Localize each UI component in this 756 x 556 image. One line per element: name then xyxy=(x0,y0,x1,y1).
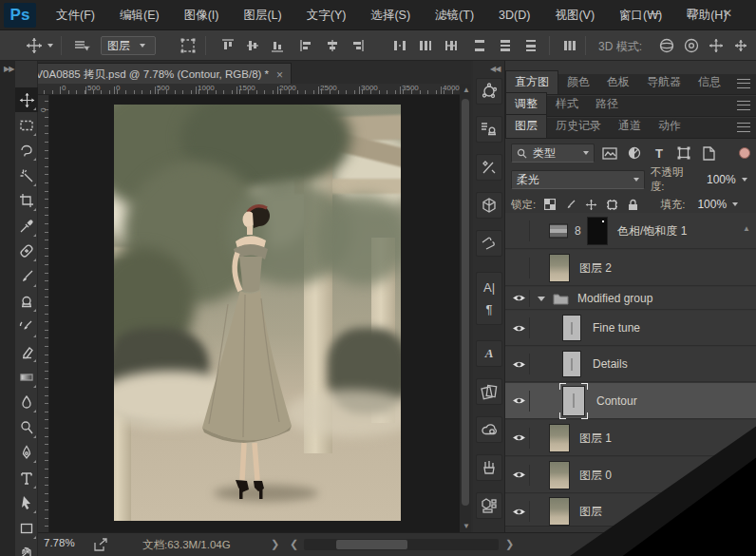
crop-tool[interactable] xyxy=(15,188,38,213)
chevron-down-icon[interactable] xyxy=(47,44,53,48)
type-tool[interactable] xyxy=(15,466,38,490)
character-panel-icon[interactable]: A| xyxy=(483,280,495,295)
lock-artboard-icon[interactable] xyxy=(605,196,619,213)
mask-link-icon[interactable]: 8 xyxy=(575,224,581,238)
3d-material-icon[interactable] xyxy=(476,492,502,519)
adjustment-layer-thumbnail[interactable] xyxy=(549,223,568,238)
ps-logo[interactable]: Ps xyxy=(4,3,36,28)
vertical-ruler[interactable]: 0 xyxy=(38,95,49,532)
opacity-dropdown[interactable]: 100% xyxy=(701,170,750,189)
color-themes-icon[interactable] xyxy=(476,78,502,105)
visibility-toggle[interactable] xyxy=(509,220,530,241)
menu-filter[interactable]: 滤镜(T) xyxy=(423,0,486,30)
distribute-spacing-icon[interactable] xyxy=(558,34,581,57)
visibility-toggle[interactable] xyxy=(509,317,530,338)
tab-histogram[interactable]: 直方图 xyxy=(505,70,558,94)
hand-tool[interactable] xyxy=(15,541,38,556)
scroll-down-icon[interactable]: ▼ xyxy=(463,522,470,530)
filter-smart-objects-icon[interactable] xyxy=(699,144,718,162)
blend-mode-dropdown[interactable]: 柔光 xyxy=(511,170,645,189)
menu-edit[interactable]: 编辑(E) xyxy=(107,0,172,30)
lock-all-icon[interactable] xyxy=(626,196,640,213)
align-horizontal-centers-icon[interactable] xyxy=(321,34,344,57)
glyphs-panel-icon[interactable]: A xyxy=(476,340,502,367)
layer-name[interactable]: Contour xyxy=(596,394,637,408)
align-right-edges-icon[interactable] xyxy=(346,34,369,57)
panel-menu-icon[interactable] xyxy=(737,123,750,132)
menu-view[interactable]: 视图(V) xyxy=(542,0,607,30)
auto-select-target-dropdown[interactable]: 图层 xyxy=(101,36,156,55)
align-vertical-centers-icon[interactable] xyxy=(241,34,264,57)
blur-tool[interactable] xyxy=(15,390,38,414)
layer-thumbnail[interactable] xyxy=(549,424,570,452)
scroll-right-icon[interactable]: ❯ xyxy=(505,538,514,550)
layer-group-row[interactable]: Modified group xyxy=(505,287,756,310)
layer-row[interactable]: 图层 2 xyxy=(505,250,756,286)
move-tool-icon[interactable] xyxy=(23,34,46,57)
layer-row[interactable]: 图层 1 xyxy=(505,420,756,456)
layer-name[interactable]: 图层 1 xyxy=(579,430,612,446)
character-paragraph-icons[interactable]: A| ¶ xyxy=(476,272,502,325)
tab-actions[interactable]: 动作 xyxy=(650,115,690,138)
panel-scroll-up-icon[interactable]: ▲ xyxy=(743,224,750,233)
3d-panel-icon[interactable] xyxy=(476,192,502,219)
visibility-toggle[interactable] xyxy=(509,428,530,449)
clone-source-icon[interactable] xyxy=(476,116,502,143)
distribute-horizontal-centers-icon[interactable] xyxy=(495,34,518,57)
paragraph-panel-icon[interactable]: ¶ xyxy=(486,302,493,316)
3d-rotate-icon[interactable] xyxy=(655,34,678,57)
filter-type-layers-icon[interactable]: T xyxy=(650,144,669,162)
layer-name[interactable]: 图层 0 xyxy=(579,467,612,483)
align-bottom-edges-icon[interactable] xyxy=(266,34,289,57)
distribute-top-edges-icon[interactable] xyxy=(388,34,411,57)
close-button[interactable]: ✕ xyxy=(716,4,739,23)
canvas-hscroll-thumb[interactable] xyxy=(336,540,407,549)
layer-name[interactable]: 图层 xyxy=(579,504,602,520)
tab-color[interactable]: 颜色 xyxy=(558,71,598,94)
canvas-vertical-scrollbar[interactable]: ▲ ▼ xyxy=(460,84,471,532)
filter-adjustment-layers-icon[interactable] xyxy=(625,144,644,162)
menu-layer[interactable]: 图层(L) xyxy=(231,0,293,30)
scroll-up-icon[interactable]: ▲ xyxy=(463,86,470,94)
layer-name[interactable]: Fine tune xyxy=(593,321,640,335)
visibility-toggle[interactable] xyxy=(509,391,530,412)
eraser-tool[interactable] xyxy=(15,339,38,364)
document-tab[interactable]: 9V0A0885 拷贝.psd @ 7.78% (Contour, RGB/8)… xyxy=(21,63,292,86)
tab-styles[interactable]: 样式 xyxy=(547,93,587,116)
menu-select[interactable]: 选择(S) xyxy=(358,0,423,30)
3d-slide-icon[interactable] xyxy=(729,34,752,57)
layer-thumbnail[interactable] xyxy=(562,351,581,377)
tab-paths[interactable]: 路径 xyxy=(587,93,627,116)
lasso-tool[interactable] xyxy=(15,138,38,163)
gradient-tool[interactable] xyxy=(15,365,38,390)
rectangle-tool[interactable] xyxy=(15,516,38,541)
horizontal-ruler[interactable]: 0500050010001500200025003000350040004 xyxy=(38,84,460,95)
distribute-right-edges-icon[interactable] xyxy=(520,34,543,57)
move-tool[interactable] xyxy=(15,87,38,112)
brushes-panel-icon[interactable] xyxy=(476,454,502,481)
layer-row[interactable]: Details xyxy=(505,347,756,382)
visibility-toggle[interactable] xyxy=(509,290,530,307)
status-expand-icon[interactable]: ❯ xyxy=(271,538,279,550)
group-expand-icon[interactable] xyxy=(538,297,545,301)
tab-info[interactable]: 信息 xyxy=(690,71,729,94)
dodge-tool[interactable] xyxy=(15,415,38,440)
healing-brush-tool[interactable] xyxy=(15,239,38,263)
tab-layers[interactable]: 图层 xyxy=(505,114,547,138)
visibility-toggle[interactable] xyxy=(509,354,530,374)
distribute-left-edges-icon[interactable] xyxy=(469,34,492,57)
3d-roll-icon[interactable] xyxy=(680,34,703,57)
dock-collapse-icon[interactable]: ◀◀ xyxy=(490,65,500,73)
tab-adjustments[interactable]: 调整 xyxy=(505,92,547,116)
tab-navigator[interactable]: 导航器 xyxy=(638,71,690,94)
visibility-toggle[interactable] xyxy=(509,501,530,522)
brush-presets-icon[interactable] xyxy=(476,230,502,257)
menu-type[interactable]: 文字(Y) xyxy=(294,0,359,30)
tab-close-icon[interactable]: × xyxy=(276,68,283,82)
layer-name[interactable]: Details xyxy=(593,357,628,371)
lock-transparent-pixels-icon[interactable] xyxy=(542,196,557,213)
path-selection-tool[interactable] xyxy=(15,490,38,515)
layer-row[interactable]: 8 色相/饱和度 1 ▲ xyxy=(505,213,756,249)
show-transform-controls-icon[interactable] xyxy=(177,34,199,57)
zoom-level-field[interactable]: 7.78% xyxy=(44,537,75,548)
